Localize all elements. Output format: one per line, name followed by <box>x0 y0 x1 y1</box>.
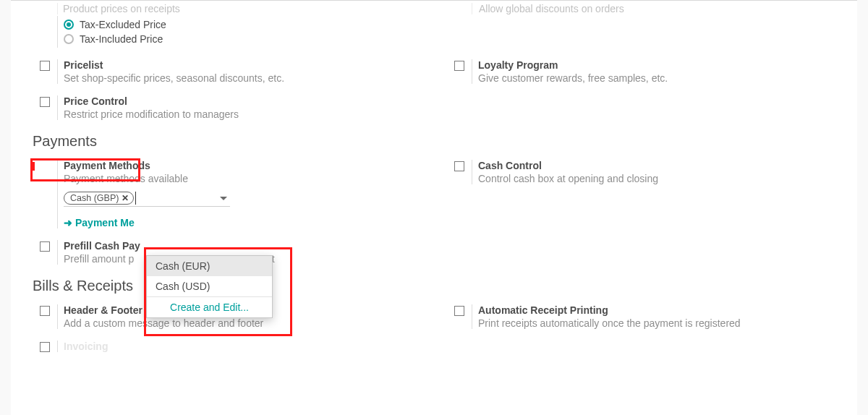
dropdown-item-cash-usd[interactable]: Cash (USD) <box>147 276 272 296</box>
loyalty-label: Loyalty Program <box>478 59 843 71</box>
global-discounts-desc-truncated: Allow global discounts on orders <box>434 3 857 14</box>
link-label: Payment Me <box>75 217 135 228</box>
prefill-cash-checkbox[interactable] <box>40 241 50 252</box>
invoicing-checkbox[interactable] <box>40 342 50 352</box>
desc-left: Prefill amount p <box>64 253 134 265</box>
pricelist-desc: Set shop-specific prices, seasonal disco… <box>64 72 420 84</box>
payment-methods-label: Payment Methods <box>64 160 420 171</box>
radio-label: Tax-Included Price <box>80 33 163 45</box>
tax-excluded-radio-row[interactable]: Tax-Excluded Price <box>64 19 420 30</box>
radio-label: Tax-Excluded Price <box>80 19 166 30</box>
loyalty-checkbox[interactable] <box>454 61 464 71</box>
radio-selected-icon[interactable] <box>64 20 74 30</box>
payment-method-tag[interactable]: Cash (GBP) ✕ <box>64 192 134 205</box>
payment-methods-field[interactable]: Cash (GBP) ✕ <box>64 192 230 207</box>
prefill-cash-label: Prefill Cash Pay <box>64 240 843 252</box>
item-label: Create and Edit... <box>170 301 249 313</box>
price-control-desc: Restrict price modification to managers <box>64 108 843 120</box>
item-label: Cash (EUR) <box>156 260 210 272</box>
auto-print-label: Automatic Receipt Printing <box>478 304 843 316</box>
loyalty-desc: Give customer rewards, free samples, etc… <box>478 72 843 84</box>
pricelist-label: Pricelist <box>64 59 420 71</box>
tax-included-radio-row[interactable]: Tax-Included Price <box>64 33 420 45</box>
auto-print-checkbox[interactable] <box>454 306 464 316</box>
radio-icon[interactable] <box>64 34 74 44</box>
payment-methods-link[interactable]: ➜ Payment Me <box>64 217 420 228</box>
tag-label: Cash (GBP) <box>70 193 119 203</box>
label-text: Product prices on receipts <box>63 3 180 14</box>
price-control-label: Price Control <box>64 95 843 107</box>
auto-print-desc: Print receipts automatically once the pa… <box>478 317 843 329</box>
section-payments-heading: Payments <box>33 133 857 150</box>
header-footer-desc: Add a custom message to header and foote… <box>64 317 420 329</box>
payment-methods-desc: Payment methods available <box>64 173 420 184</box>
cash-control-desc: Control cash box at opening and closing <box>478 173 843 184</box>
header-footer-checkbox[interactable] <box>40 306 50 316</box>
price-control-checkbox[interactable] <box>40 97 50 107</box>
close-icon[interactable]: ✕ <box>122 193 129 203</box>
pricelist-checkbox[interactable] <box>40 61 50 71</box>
arrow-right-icon: ➜ <box>64 217 72 228</box>
product-prices-title-truncated: Product prices on receipts <box>11 3 434 14</box>
cash-control-label: Cash Control <box>478 160 843 171</box>
cash-control-checkbox[interactable] <box>454 161 464 171</box>
dropdown-create-and-edit[interactable]: Create and Edit... <box>147 296 272 317</box>
text-cursor <box>135 192 136 205</box>
desc-text: Allow global discounts on orders <box>479 3 624 14</box>
payment-methods-dropdown: Cash (EUR) Cash (USD) Create and Edit... <box>146 255 273 318</box>
invoicing-label: Invoicing <box>64 341 843 352</box>
item-label: Cash (USD) <box>156 281 210 292</box>
annotation-marker-icon <box>30 162 35 171</box>
chevron-down-icon[interactable] <box>220 197 227 200</box>
dropdown-item-cash-eur[interactable]: Cash (EUR) <box>147 256 272 276</box>
